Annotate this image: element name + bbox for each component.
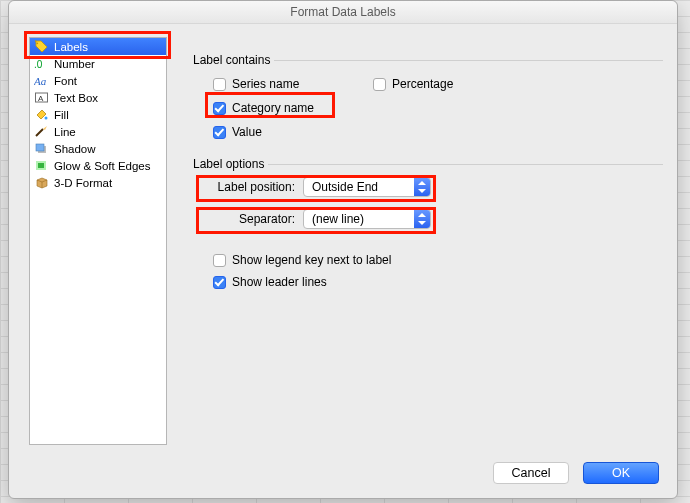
percentage-checkbox[interactable]: [373, 78, 386, 91]
category-name-checkbox[interactable]: [213, 102, 226, 115]
label-position-value: Outside End: [304, 180, 414, 194]
series-name-row: Series name: [213, 73, 373, 95]
svg-rect-7: [36, 144, 44, 151]
group-heading-text: Label contains: [193, 53, 270, 67]
sidebar-item-font[interactable]: Aa Font: [30, 72, 166, 89]
category-name-label: Category name: [232, 101, 314, 115]
dropdown-stepper-icon: [414, 210, 430, 228]
sidebar-item-label: Font: [54, 75, 77, 87]
dropdown-stepper-icon: [414, 178, 430, 196]
sidebar-item-label: Line: [54, 126, 76, 138]
percentage-label: Percentage: [392, 77, 453, 91]
sidebar-item-label: Text Box: [54, 92, 98, 104]
shadow-icon: [34, 142, 49, 156]
window-title: Format Data Labels: [9, 1, 677, 24]
show-leader-lines-checkbox[interactable]: [213, 276, 226, 289]
value-row: Value: [213, 121, 373, 143]
group-heading-text: Label options: [193, 157, 264, 171]
svg-text:A: A: [38, 94, 44, 103]
label-position-select[interactable]: Outside End: [303, 177, 431, 197]
divider: [268, 164, 663, 165]
threed-icon: [34, 176, 49, 190]
sidebar-item-label: Labels: [54, 41, 88, 53]
svg-text:.0: .0: [34, 59, 43, 70]
dialog-footer: Cancel OK: [493, 462, 659, 484]
show-legend-key-checkbox[interactable]: [213, 254, 226, 267]
glow-icon: [34, 159, 49, 173]
value-label: Value: [232, 125, 262, 139]
dialog-body: Labels .0 Number Aa Font A Text Box Fill…: [23, 31, 663, 446]
show-legend-key-label: Show legend key next to label: [232, 253, 391, 267]
series-name-checkbox[interactable]: [213, 78, 226, 91]
sidebar-item-labels[interactable]: Labels: [30, 38, 166, 55]
svg-text:Aa: Aa: [34, 75, 47, 87]
value-checkbox[interactable]: [213, 126, 226, 139]
ok-button[interactable]: OK: [583, 462, 659, 484]
sidebar-item-label: Number: [54, 58, 95, 70]
labels-icon: [34, 40, 49, 54]
sidebar-item-line[interactable]: Line: [30, 123, 166, 140]
sidebar-item-shadow[interactable]: Shadow: [30, 140, 166, 157]
category-sidebar: Labels .0 Number Aa Font A Text Box Fill…: [29, 37, 167, 445]
svg-point-5: [45, 117, 48, 120]
sidebar-item-textbox[interactable]: A Text Box: [30, 89, 166, 106]
label-contains-group: Label contains Series name Percentage Ca…: [193, 53, 663, 143]
line-icon: [34, 125, 49, 139]
divider: [274, 60, 663, 61]
cancel-button[interactable]: Cancel: [493, 462, 569, 484]
label-position-label: Label position:: [199, 180, 303, 194]
show-legend-key-row: Show legend key next to label: [213, 249, 663, 271]
sidebar-item-label: Shadow: [54, 143, 96, 155]
number-icon: .0: [34, 57, 49, 71]
svg-point-0: [36, 42, 38, 44]
show-leader-lines-row: Show leader lines: [213, 271, 663, 293]
sidebar-item-3d[interactable]: 3-D Format: [30, 174, 166, 191]
format-data-labels-window: Format Data Labels Labels .0 Number Aa F…: [8, 0, 678, 499]
font-icon: Aa: [34, 74, 49, 88]
separator-label: Separator:: [199, 212, 303, 226]
sidebar-item-label: Glow & Soft Edges: [54, 160, 151, 172]
separator-row: Separator: (new line): [199, 209, 663, 229]
sidebar-item-label: Fill: [54, 109, 69, 121]
label-options-heading: Label options: [193, 157, 663, 171]
percentage-row: Percentage: [373, 73, 663, 95]
fill-icon: [34, 108, 49, 122]
svg-rect-9: [38, 163, 44, 168]
right-panel: Label contains Series name Percentage Ca…: [193, 53, 663, 446]
label-position-row: Label position: Outside End: [199, 177, 663, 197]
sidebar-item-label: 3-D Format: [54, 177, 112, 189]
show-leader-lines-label: Show leader lines: [232, 275, 327, 289]
sidebar-item-fill[interactable]: Fill: [30, 106, 166, 123]
label-options-group: Label options Label position: Outside En…: [193, 157, 663, 293]
sidebar-item-number[interactable]: .0 Number: [30, 55, 166, 72]
sidebar-item-glow[interactable]: Glow & Soft Edges: [30, 157, 166, 174]
category-name-row: Category name: [213, 97, 373, 119]
separator-select[interactable]: (new line): [303, 209, 431, 229]
separator-value: (new line): [304, 212, 414, 226]
textbox-icon: A: [34, 91, 49, 105]
series-name-label: Series name: [232, 77, 299, 91]
label-contains-heading: Label contains: [193, 53, 663, 67]
